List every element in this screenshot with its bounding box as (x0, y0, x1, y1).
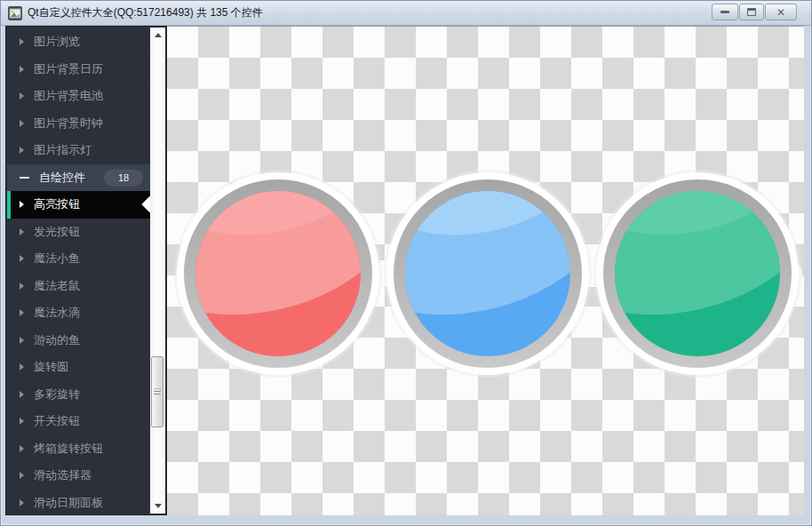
sidebar-item-label: 滑动选择器 (34, 467, 92, 483)
button-ring (184, 179, 372, 368)
sidebar-item-label: 图片指示灯 (34, 142, 92, 158)
sidebar-item-label: 图片浏览 (34, 34, 80, 50)
sidebar-item[interactable]: 魔法小鱼 (7, 245, 150, 273)
sidebar-item[interactable]: 图片浏览 (7, 28, 150, 56)
collapse-minus-icon (20, 177, 29, 179)
app-window: Qt自定义控件大全(QQ:517216493) 共 135 个控件 ✕ 图片浏览… (0, 0, 812, 526)
sidebar-item[interactable]: 滑动日期面板 (7, 490, 150, 514)
expand-arrow-icon (20, 309, 24, 316)
sidebar-item-label: 图片背景电池 (34, 88, 103, 104)
sidebar-item-label: 发光按钮 (34, 224, 80, 240)
sidebar-item[interactable]: 图片背景日历 (7, 56, 150, 84)
sidebar-item[interactable]: 魔法水滴 (7, 299, 150, 327)
sidebar-item[interactable]: 魔法老鼠 (7, 273, 150, 300)
sidebar-item-label: 魔法小鱼 (34, 251, 80, 267)
expand-arrow-icon (20, 283, 24, 290)
sidebar-item-label: 烤箱旋转按钮 (34, 441, 103, 457)
sidebar-item[interactable]: 多彩旋转 (7, 381, 150, 409)
close-icon: ✕ (776, 7, 785, 18)
expand-arrow-icon (20, 391, 24, 398)
count-badge: 18 (104, 169, 143, 186)
expand-arrow-icon (20, 445, 24, 452)
expand-arrow-icon (20, 92, 24, 100)
expand-arrow-icon (20, 228, 24, 235)
sidebar-item-label: 魔法老鼠 (34, 278, 80, 294)
button-lens (195, 191, 361, 356)
button-ring (394, 179, 582, 368)
sidebar-scrollbar[interactable] (150, 28, 165, 514)
expand-arrow-icon (20, 418, 24, 425)
sidebar-item-label: 多彩旋转 (34, 387, 80, 402)
close-button[interactable]: ✕ (765, 4, 797, 20)
sidebar-item-label: 魔法水滴 (34, 305, 80, 321)
expand-arrow-icon (20, 472, 24, 479)
title-bar: Qt自定义控件大全(QQ:517216493) 共 135 个控件 ✕ (1, 1, 811, 26)
sidebar: 图片浏览图片背景日历图片背景电池图片背景时钟图片指示灯自绘控件18高亮按钮发光按… (5, 26, 167, 515)
sidebar-item-label: 高亮按钮 (34, 196, 80, 212)
sidebar-item[interactable]: 图片背景电池 (7, 83, 150, 110)
button-lens (615, 191, 780, 356)
sidebar-item[interactable]: 高亮按钮 (7, 191, 150, 219)
expand-arrow-icon (20, 499, 24, 506)
sidebar-menu: 图片浏览图片背景日历图片背景电池图片背景时钟图片指示灯自绘控件18高亮按钮发光按… (7, 28, 150, 514)
sidebar-item[interactable]: 图片背景时钟 (7, 110, 150, 138)
maximize-button[interactable] (739, 4, 764, 20)
sidebar-item[interactable]: 图片指示灯 (7, 137, 150, 164)
sidebar-item-label: 图片背景时钟 (34, 116, 103, 132)
sidebar-item-label: 开关按钮 (34, 413, 80, 429)
sidebar-item[interactable]: 自绘控件18 (7, 164, 150, 192)
sidebar-item-label: 自绘控件 (39, 170, 85, 186)
selected-marker-icon (141, 196, 150, 212)
blue-glass-button[interactable] (394, 179, 582, 368)
preview-area (167, 26, 804, 515)
red-glass-button[interactable] (184, 179, 372, 368)
sidebar-item[interactable]: 发光按钮 (7, 219, 150, 246)
sidebar-item[interactable]: 旋转圆 (7, 354, 150, 381)
button-lens (405, 191, 570, 356)
maximize-icon (747, 8, 756, 16)
expand-arrow-icon (20, 120, 24, 127)
sidebar-item[interactable]: 滑动选择器 (7, 462, 150, 490)
expand-arrow-icon (20, 38, 24, 45)
sidebar-item-label: 图片背景日历 (34, 61, 103, 77)
green-glass-button[interactable] (603, 179, 792, 368)
expand-arrow-icon (20, 337, 24, 344)
minimize-icon (720, 11, 729, 13)
expand-arrow-icon (20, 66, 24, 73)
sidebar-item[interactable]: 游动的鱼 (7, 327, 150, 355)
window-title: Qt自定义控件大全(QQ:517216493) 共 135 个控件 (28, 5, 263, 20)
sidebar-item-label: 滑动日期面板 (34, 495, 103, 511)
window-controls: ✕ (712, 4, 797, 20)
sidebar-item[interactable]: 烤箱旋转按钮 (7, 435, 150, 463)
scroll-up-icon (155, 33, 162, 37)
scroll-up-button[interactable] (150, 28, 165, 43)
sidebar-item[interactable]: 开关按钮 (7, 408, 150, 435)
expand-arrow-icon (20, 255, 24, 262)
sidebar-item-label: 旋转圆 (34, 359, 68, 375)
minimize-button[interactable] (712, 4, 738, 20)
scroll-down-button[interactable] (150, 498, 165, 514)
selected-accent-bar (7, 191, 11, 219)
scrollbar-thumb[interactable] (151, 356, 163, 427)
sidebar-item-label: 游动的鱼 (34, 332, 80, 348)
expand-arrow-icon (20, 363, 24, 371)
scroll-down-icon (155, 504, 162, 508)
expand-arrow-icon (20, 201, 24, 208)
button-ring (603, 179, 792, 368)
expand-arrow-icon (20, 147, 24, 154)
picture-icon (8, 6, 22, 20)
